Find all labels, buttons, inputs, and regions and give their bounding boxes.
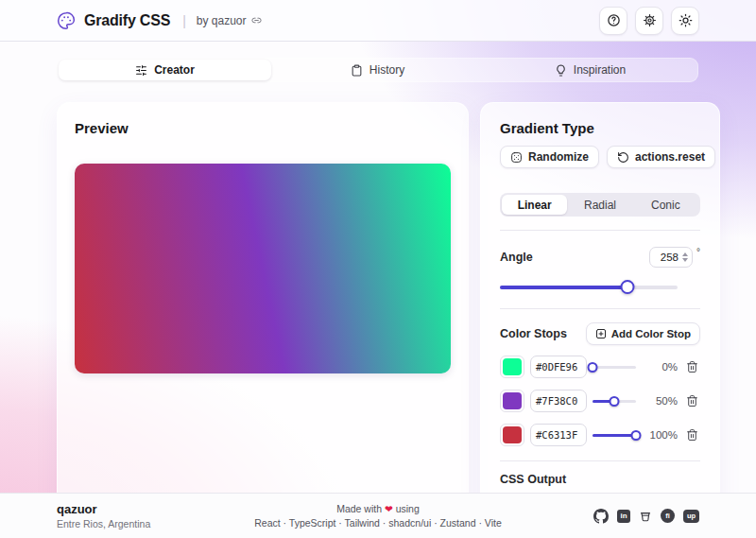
app-header: Gradify CSS | by qazuor — [0, 0, 756, 42]
divider — [500, 308, 700, 309]
byline-text: by qazuor — [197, 14, 247, 27]
hex-input[interactable]: #C6313F — [530, 424, 587, 446]
color-swatch-button[interactable] — [500, 424, 524, 446]
plus-square-icon — [595, 328, 607, 339]
rotate-ccw-icon — [617, 151, 629, 164]
angle-slider-thumb[interactable] — [620, 280, 634, 294]
color-stop-row: #7F38C0 50% — [500, 389, 700, 413]
app-footer: qazuor Entre Rios, Argentina Made with ❤… — [0, 493, 756, 538]
css-output-label: CSS Output — [500, 473, 700, 486]
trash-icon — [686, 394, 698, 408]
gradient-type-title: Gradient Type — [500, 120, 700, 136]
gear-icon — [643, 13, 657, 27]
github-icon — [593, 509, 609, 524]
help-circle-icon — [607, 13, 621, 27]
header-actions — [599, 7, 699, 35]
settings-button[interactable] — [635, 7, 663, 35]
angle-row: Angle 258 ° — [500, 247, 700, 268]
stop-slider-track — [593, 366, 636, 369]
title-divider: | — [182, 13, 186, 28]
color-swatch-button[interactable] — [500, 356, 524, 378]
coffee-link[interactable] — [639, 509, 652, 523]
randomize-label: Randomize — [528, 150, 589, 164]
brand: Gradify CSS — [57, 11, 170, 30]
lightbulb-icon — [555, 64, 567, 77]
reset-label: actions.reset — [635, 150, 705, 164]
stop-position-slider[interactable] — [593, 395, 636, 407]
stop-position-slider[interactable] — [593, 361, 636, 373]
made-with-line: Made with ❤ using — [254, 503, 501, 514]
angle-slider[interactable] — [500, 280, 678, 295]
reset-button[interactable]: actions.reset — [607, 146, 715, 168]
tab-history-label: History — [369, 63, 404, 77]
gradify-app: Gradify CSS | by qazuor — [0, 0, 756, 538]
gradient-actions: Randomize actions.reset — [500, 146, 700, 168]
stop-position-value: 100% — [650, 429, 678, 441]
angle-value: 258 — [661, 252, 679, 263]
upwork-link[interactable]: up — [683, 510, 699, 523]
author-link[interactable]: by qazuor — [197, 14, 262, 27]
theme-toggle-button[interactable] — [671, 7, 699, 35]
palette-logo-icon — [57, 11, 76, 30]
angle-slider-fill — [500, 286, 627, 289]
stop-position-value: 50% — [656, 395, 678, 407]
help-button[interactable] — [599, 7, 627, 35]
tech-stack-line: React · TypeScript · Tailwind · shadcn/u… — [254, 517, 501, 529]
color-stops-label: Color Stops — [500, 327, 567, 340]
angle-stepper[interactable] — [682, 252, 688, 262]
app-title: Gradify CSS — [84, 12, 170, 29]
gradient-preview — [75, 164, 451, 373]
hex-input[interactable]: #7F38C0 — [530, 390, 587, 412]
stop-slider-thumb[interactable] — [631, 430, 642, 441]
color-swatch — [503, 426, 522, 443]
hex-input[interactable]: #0DFE96 — [530, 356, 587, 378]
color-stop-row: #C6313F 100% — [500, 423, 700, 447]
stop-slider-fill — [593, 434, 636, 437]
angle-input-group: 258 ° — [649, 247, 700, 268]
angle-unit: ° — [696, 247, 700, 257]
made-with-prefix: Made with — [336, 503, 382, 514]
color-swatch-button[interactable] — [500, 390, 524, 412]
linkedin-link[interactable]: in — [617, 510, 630, 523]
made-with-suffix: using — [396, 503, 420, 514]
preview-card: Preview — [57, 102, 469, 538]
stop-slider-thumb[interactable] — [588, 362, 598, 373]
type-radial[interactable]: Radial — [567, 195, 632, 215]
type-conic[interactable]: Conic — [633, 195, 698, 215]
type-linear[interactable]: Linear — [502, 195, 567, 215]
stop-slider-thumb[interactable] — [610, 396, 620, 407]
tab-inspiration[interactable]: Inspiration — [484, 60, 696, 80]
color-stop-row: #0DFE96 0% — [500, 355, 700, 379]
delete-stop-button[interactable] — [683, 357, 700, 376]
tab-history[interactable]: History — [271, 60, 484, 80]
footer-author-name: qazuor — [57, 502, 150, 516]
delete-stop-button[interactable] — [683, 391, 700, 410]
fiverr-icon: fi — [661, 509, 675, 523]
angle-number-input[interactable]: 258 — [649, 247, 693, 268]
tab-creator-label: Creator — [154, 63, 195, 77]
heart-icon: ❤ — [385, 503, 393, 514]
sliders-icon — [135, 64, 147, 77]
divider — [500, 230, 700, 231]
upwork-icon: up — [683, 510, 699, 523]
clipboard-icon — [351, 64, 363, 77]
dice-icon — [510, 151, 523, 164]
link-icon — [251, 15, 262, 26]
stop-position-slider[interactable] — [593, 429, 636, 441]
color-swatch — [503, 392, 522, 409]
footer-credits: Made with ❤ using React · TypeScript · T… — [254, 503, 501, 529]
tab-creator[interactable]: Creator — [59, 60, 271, 80]
stop-position-value: 0% — [662, 361, 678, 373]
main-tabbar: Creator History Inspiration — [57, 58, 698, 82]
fiverr-link[interactable]: fi — [661, 509, 675, 523]
add-color-stop-button[interactable]: Add Color Stop — [586, 322, 700, 345]
randomize-button[interactable]: Randomize — [500, 146, 599, 168]
divider — [500, 460, 700, 461]
footer-author-block: qazuor Entre Rios, Argentina — [57, 502, 150, 529]
github-link[interactable] — [593, 509, 609, 524]
gradient-type-segmented: Linear Radial Conic — [500, 193, 700, 217]
preview-title: Preview — [75, 120, 451, 136]
linkedin-icon: in — [617, 510, 630, 523]
delete-stop-button[interactable] — [683, 425, 700, 444]
controls-card: Gradient Type Randomize actions.reset — [480, 102, 720, 538]
